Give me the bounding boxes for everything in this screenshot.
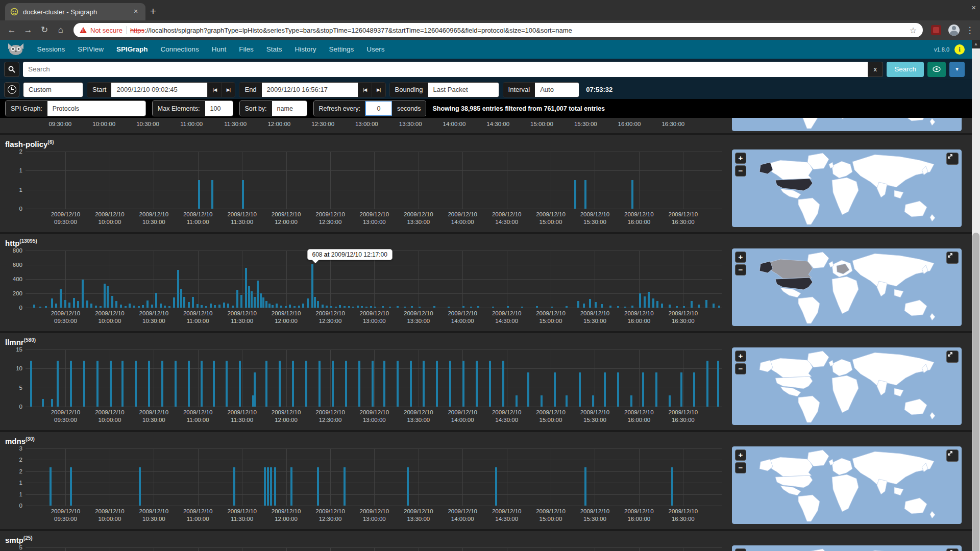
histogram-bar[interactable]	[644, 296, 646, 308]
histogram-bar[interactable]	[274, 467, 276, 506]
new-tab-button[interactable]: +	[145, 4, 161, 19]
map-zoom-out-button[interactable]: −	[735, 165, 746, 177]
histogram-bar[interactable]	[289, 305, 291, 308]
moloch-owl-logo[interactable]	[6, 43, 26, 56]
clear-search-button[interactable]: x	[868, 62, 883, 77]
end-time-input[interactable]: 2009/12/10 16:56:17	[262, 83, 358, 97]
histogram-bar[interactable]	[138, 306, 140, 308]
histogram-bar[interactable]	[551, 307, 553, 308]
histogram-bar[interactable]	[423, 361, 425, 407]
scrollbar-up-arrow[interactable]: ▲	[972, 40, 980, 48]
histogram-bar[interactable]	[264, 467, 266, 506]
map-zoom-out-button[interactable]: −	[735, 462, 746, 473]
histogram-bar[interactable]	[322, 305, 324, 308]
histogram-bar[interactable]	[276, 304, 278, 308]
histogram-bar[interactable]	[33, 305, 35, 308]
nav-item-spigraph[interactable]: SPIGraph	[110, 45, 155, 53]
histogram-bar[interactable]	[344, 306, 346, 308]
histogram-bar[interactable]	[574, 180, 576, 209]
histogram-bar[interactable]	[270, 467, 272, 506]
browser-menu-icon[interactable]: ⋮	[964, 25, 976, 36]
window-close-button[interactable]: ×	[971, 3, 976, 12]
histogram-bar[interactable]	[527, 372, 529, 407]
histogram-bar[interactable]	[566, 395, 568, 407]
histogram-bar[interactable]	[51, 399, 53, 407]
histogram-bar[interactable]	[197, 304, 199, 308]
histogram-bar[interactable]	[436, 361, 438, 407]
histogram-bar[interactable]	[265, 301, 267, 308]
search-options-caret-button[interactable]: ▾	[949, 62, 965, 77]
map-zoom-in-button[interactable]: +	[735, 449, 746, 461]
histogram-bar[interactable]	[95, 306, 97, 308]
histogram-bar[interactable]	[245, 268, 247, 308]
histogram-bar[interactable]	[617, 306, 619, 308]
histogram-bar[interactable]	[262, 297, 264, 308]
histogram-bar[interactable]	[433, 306, 435, 308]
map-expand-button[interactable]	[946, 548, 959, 551]
histogram-bar[interactable]	[631, 180, 633, 209]
histogram-bar[interactable]	[51, 298, 53, 308]
histogram-bar[interactable]	[407, 467, 409, 506]
histogram-bar[interactable]	[631, 306, 633, 308]
back-button[interactable]: ←	[4, 22, 19, 38]
histogram-bar[interactable]	[383, 361, 385, 407]
histogram-bar[interactable]	[584, 467, 586, 506]
histogram-bar[interactable]	[260, 293, 262, 308]
end-step-forward-button[interactable]: ▶|	[372, 83, 385, 97]
histogram-bar[interactable]	[115, 301, 117, 308]
views-eye-button[interactable]	[927, 62, 946, 77]
histogram-bar[interactable]	[713, 304, 715, 308]
histogram-bar[interactable]	[448, 307, 450, 308]
histogram-bar[interactable]	[656, 301, 658, 308]
histogram-bar[interactable]	[135, 361, 137, 407]
histogram-bar[interactable]	[604, 372, 606, 407]
histogram-bar[interactable]	[502, 361, 504, 407]
histogram-bar[interactable]	[698, 305, 700, 308]
home-button[interactable]: ⌂	[53, 22, 68, 38]
histogram-bar[interactable]	[201, 305, 203, 308]
histogram-bar[interactable]	[693, 372, 695, 407]
tab-close-icon[interactable]: ×	[131, 7, 140, 16]
histogram-bar[interactable]	[652, 298, 654, 308]
map-zoom-out-button[interactable]: −	[735, 264, 746, 276]
max-elements-input[interactable]: 100	[205, 101, 233, 116]
histogram-bar[interactable]	[326, 306, 328, 308]
histogram-bar[interactable]	[332, 361, 334, 407]
histogram-bar[interactable]	[188, 361, 190, 407]
histogram-bar[interactable]	[290, 467, 292, 506]
histogram-bar[interactable]	[64, 300, 66, 308]
browser-tab[interactable]: docker-cluster - Spigraph ×	[5, 3, 145, 20]
histogram-bar[interactable]	[554, 372, 556, 407]
nav-item-users[interactable]: Users	[360, 45, 391, 53]
histogram-bar[interactable]	[148, 361, 150, 407]
histogram-bar[interactable]	[86, 300, 88, 308]
histogram-bar[interactable]	[410, 361, 412, 407]
histogram-bar[interactable]	[449, 361, 451, 407]
histogram-bar[interactable]	[251, 291, 253, 308]
histogram-bar[interactable]	[516, 395, 518, 407]
histogram-bar[interactable]	[183, 297, 185, 308]
histogram-bar[interactable]	[669, 305, 671, 308]
world-map[interactable]	[732, 149, 962, 227]
info-icon[interactable]: i	[954, 44, 965, 55]
histogram-bar[interactable]	[624, 307, 626, 308]
map-expand-button[interactable]	[946, 350, 959, 363]
histogram-bar[interactable]	[579, 372, 581, 407]
bookmark-star-icon[interactable]: ☆	[910, 26, 917, 35]
world-map[interactable]	[732, 446, 962, 524]
world-map[interactable]	[732, 248, 962, 326]
start-step-forward-button[interactable]: ▶|	[221, 83, 235, 97]
histogram-bar[interactable]	[77, 301, 79, 308]
histogram-bar[interactable]	[492, 307, 494, 308]
histogram-bar[interactable]	[374, 307, 376, 308]
histogram-bar[interactable]	[357, 306, 359, 308]
histogram-bar[interactable]	[175, 361, 177, 407]
histogram-bar[interactable]	[173, 297, 175, 308]
url-bar[interactable]: Not secure https://localhost/spigraph?gr…	[74, 23, 923, 37]
map-zoom-out-button[interactable]: −	[735, 363, 746, 374]
histogram-bar[interactable]	[318, 361, 321, 407]
nav-item-connections[interactable]: Connections	[154, 45, 205, 53]
histogram-bar[interactable]	[107, 286, 109, 308]
world-map[interactable]	[732, 347, 962, 425]
histogram-bar[interactable]	[676, 306, 678, 308]
